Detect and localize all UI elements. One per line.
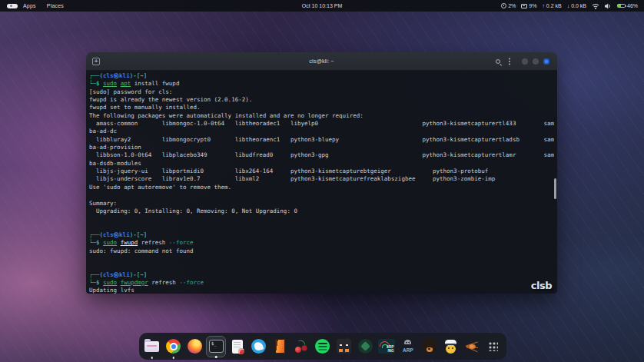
memory-value: 9%: [529, 3, 536, 8]
dock-item-firefox[interactable]: [184, 336, 204, 357]
arping-icon: ARPING: [378, 339, 395, 354]
chrome-icon: [166, 339, 181, 354]
memory-icon: [521, 4, 527, 8]
zap-icon: [358, 339, 373, 354]
arp-robot-icon: [404, 340, 411, 344]
memory-indicator[interactable]: 9%: [521, 3, 536, 8]
arp-label: ARP: [400, 347, 416, 353]
battery-icon: [617, 4, 626, 8]
dock-item-zap[interactable]: [355, 336, 375, 357]
search-icon[interactable]: [496, 59, 500, 64]
activities-pill-icon[interactable]: [7, 4, 12, 8]
terminal-icon: $_: [209, 340, 224, 353]
cpu-value: 2%: [508, 3, 516, 8]
net-down-value: ↓ 0.0 kB: [567, 3, 586, 8]
dock-item-text-editor[interactable]: [227, 336, 247, 357]
terminal-output[interactable]: ┌──(cls㉿kli)-[~]└─$ sudo apt install fwu…: [86, 71, 557, 294]
watermark-logo: clsb: [531, 280, 552, 291]
top-bar: Apps Places Oct 10 10:13 PM 2% 9% ↑ 0.2 …: [0, 0, 644, 12]
captain-hat: [445, 340, 456, 344]
arping-label: ARPING: [387, 346, 394, 353]
cpu-indicator[interactable]: 2%: [501, 3, 516, 8]
terminal-window: + cls@kli: ~ ┌──(cls㉿kli)-[~]└─$ sudo ap…: [86, 52, 557, 294]
firefox-icon: [188, 339, 202, 354]
cpu-gear-icon: [501, 3, 506, 8]
dock-item-spotify[interactable]: [313, 336, 333, 357]
dock-item-file-manager[interactable]: [142, 336, 162, 357]
wifi-icon: [592, 3, 599, 9]
terminal-scrollbar[interactable]: [554, 178, 556, 199]
terminal-title: cls@kli: ~: [86, 58, 557, 65]
pixel-cat-icon: [337, 339, 351, 354]
volume-indicator[interactable]: [605, 3, 612, 9]
battery-value: 46%: [627, 3, 638, 8]
dog-icon: [423, 340, 436, 353]
dock-item-pixel-cat[interactable]: [334, 336, 354, 357]
running-dot: [172, 357, 174, 359]
menu-kebab-icon[interactable]: [509, 61, 510, 62]
text-editor-icon: [232, 340, 243, 354]
dock-item-dog[interactable]: [420, 336, 440, 357]
desktop: { "topbar": { "menu_apps": "Apps", "menu…: [0, 0, 644, 362]
dock-item-show-applications[interactable]: [483, 336, 503, 357]
captain-icon: [444, 340, 456, 354]
spotify-icon: [315, 339, 330, 354]
net-up-indicator[interactable]: ↑ 0.2 kB: [542, 3, 561, 8]
minimize-button[interactable]: [522, 58, 528, 65]
cherry-icon: [294, 340, 308, 354]
close-button[interactable]: [543, 58, 549, 65]
new-tab-icon[interactable]: +: [92, 58, 100, 65]
dock-item-terminal[interactable]: $_: [206, 336, 226, 357]
speaker-icon: [605, 3, 612, 9]
menu-apps[interactable]: Apps: [23, 3, 36, 8]
dock-item-captain[interactable]: [440, 336, 460, 357]
file-manager-icon: [144, 341, 159, 352]
dock-item-arp[interactable]: ARP: [398, 336, 418, 357]
running-dot: [215, 356, 217, 358]
battery-indicator[interactable]: 46%: [617, 3, 638, 8]
net-down-indicator[interactable]: ↓ 0.0 kB: [567, 3, 586, 8]
menu-places[interactable]: Places: [47, 3, 64, 8]
dock-item-wireshark[interactable]: [249, 336, 269, 357]
net-up-value: ↑ 0.2 kB: [542, 3, 561, 8]
dock-item-exploit-door[interactable]: [270, 336, 290, 357]
dog-snout: [427, 347, 433, 352]
terminal-titlebar[interactable]: + cls@kli: ~: [86, 52, 557, 71]
app-grid-icon: [488, 341, 498, 351]
dock-item-arping[interactable]: ARPING: [377, 336, 397, 357]
wireshark-icon: [251, 339, 266, 354]
spider-icon: [464, 340, 480, 353]
door-icon: [275, 339, 285, 354]
maximize-button[interactable]: [533, 58, 539, 65]
terminal-lines: ┌──(cls㉿kli)-[~]└─$ sudo apt install fwu…: [89, 72, 554, 294]
running-dot: [151, 357, 154, 359]
dock-item-spider[interactable]: [462, 336, 482, 357]
arp-icon: ARP: [400, 339, 416, 354]
captain-face: [446, 344, 456, 354]
dock-item-cherrytree[interactable]: [291, 336, 311, 357]
dock: $_ ARPING ARP: [139, 333, 506, 360]
dock-item-chrome[interactable]: [164, 336, 184, 357]
wifi-indicator[interactable]: [592, 3, 599, 9]
